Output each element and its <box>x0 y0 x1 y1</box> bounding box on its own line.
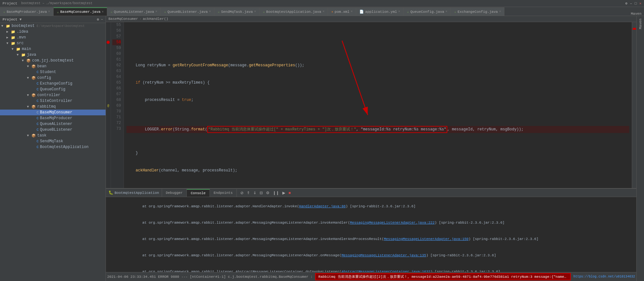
console-link-1[interactable]: HandlerAdapter.java:86 <box>299 204 346 208</box>
expand-arrow-mvn: ▶ <box>6 36 11 39</box>
console-pause-btn[interactable]: ❙❙ <box>272 190 280 195</box>
sidebar-collapse-icon[interactable]: – <box>101 17 103 21</box>
maven-vertical-label[interactable]: Maven <box>639 17 642 30</box>
debug-icon: 🐛 <box>108 190 113 195</box>
tree-item-java[interactable]: ▼ 📁 java <box>0 52 106 58</box>
console-scroll-top-btn[interactable]: ⇑ <box>246 190 251 195</box>
tab-BootmqtestApplication[interactable]: ☕ BootmqtestApplication.java × <box>260 7 328 16</box>
tab-close-active-icon[interactable]: × <box>102 10 104 14</box>
tree-item-package[interactable]: ▼ 📦 com.jzj.bootmqtest <box>0 58 106 63</box>
class-icon-exchange: C <box>37 82 39 86</box>
tree-item-rabbitmq[interactable]: ▼ 📦 rabbitmq <box>0 104 106 110</box>
code-line-56: if (retryNum >= maxRetryTimes) { <box>126 80 629 86</box>
tree-item-queueconfig[interactable]: ▶ C QueueConfig <box>0 87 106 92</box>
console-link-4[interactable]: MessagingMessageListenerAdapter.java:135 <box>341 253 426 257</box>
close-icon[interactable]: ✕ <box>639 1 641 5</box>
expand-arrow-controller: ▼ <box>27 94 31 97</box>
tree-label-queueb: QueueBListener <box>40 128 73 132</box>
project-menu[interactable]: Project <box>3 2 17 5</box>
tree-item-exchangeconfig[interactable]: ▶ C ExchangeConfig <box>0 81 106 87</box>
package-icon-rabbitmq: 📦 <box>31 105 36 109</box>
tree-item-BaseMqConsumer[interactable]: ▶ C BaseMqConsumer <box>0 110 106 115</box>
tree-item-main[interactable]: ▼ 📁 main <box>0 46 106 52</box>
tree-label-producer: BaseMqProducer <box>40 116 73 120</box>
tree-item-mvn[interactable]: ▶ 📁 .mvn <box>0 35 106 40</box>
close-icon-6[interactable]: × <box>351 10 353 13</box>
bottom-panel: 🐛 BootmqtestApplication Debugger Console… <box>106 188 636 281</box>
tree-item-task[interactable]: ▼ 📦 task <box>0 133 106 138</box>
console-resume-btn[interactable]: ▶ <box>281 190 286 195</box>
right-error-stripe <box>632 22 636 188</box>
tab-QueueBListener[interactable]: ☕ QueueBListener.java × <box>161 7 214 16</box>
expand-arrow-java: ▼ <box>17 53 21 57</box>
tab-QueueConfig[interactable]: ☕ QueueConfig.java × <box>404 7 451 16</box>
code-content[interactable]: Long retryNum = getRetryCountFromMessage… <box>124 22 632 188</box>
bottom-panel-header: 🐛 BootmqtestApplication Debugger Console… <box>106 189 636 197</box>
tree-item-BaseMqProducer[interactable]: ▶ C BaseMqProducer <box>0 115 106 121</box>
code-line-55: Long retryNum = getRetryCountFromMessage… <box>126 62 629 68</box>
settings-icon[interactable]: ⚙ <box>625 1 628 5</box>
close-icon-4[interactable]: × <box>254 10 256 13</box>
console-line-1: at org.springframework.amqp.rabbit.liste… <box>108 198 634 215</box>
tree-item-idea[interactable]: ▶ 📁 .idea <box>0 29 106 35</box>
annotation-icon: @ <box>107 104 109 108</box>
close-icon-9[interactable]: × <box>499 10 501 13</box>
tab-ExchangeConfig[interactable]: ☕ ExchangeConfig.java × <box>451 7 504 16</box>
minimize-icon[interactable]: – <box>630 2 632 5</box>
title-bar: Project bootmqtest – …/myworkspace/bootm… <box>0 0 644 7</box>
tree-item-bootmqtest[interactable]: ▼ 📁 bootmqtest E:\myworkspace\bootmqtest <box>0 23 106 29</box>
tree-label-mvn: .mvn <box>17 35 26 40</box>
tree-item-QueueBListener[interactable]: ▶ C QueueBListener <box>0 127 106 133</box>
console-link-3[interactable]: MessagingMessageListenerAdapter.java:150 <box>384 237 468 241</box>
tree-item-controller[interactable]: ▼ 📦 controller <box>0 92 106 98</box>
sidebar-title: Project ▼ <box>3 18 21 21</box>
tree-item-sitecontroller[interactable]: ▶ C SiteController <box>0 98 106 104</box>
tree-item-QueueAListener[interactable]: ▶ C QueueAListener <box>0 121 106 127</box>
console-scroll-end-btn[interactable]: ⇓ <box>252 190 257 195</box>
status-url[interactable]: https://blog.csdn.net/u010134632 <box>573 275 635 278</box>
console-link-5[interactable]: AbstractMessageListenerContainer.java:16… <box>341 270 430 272</box>
close-icon-7[interactable]: × <box>398 10 400 13</box>
status-bar: 2021-04-06 23:33:34.451 ERROR 9880 --- [… <box>106 272 636 281</box>
tab-close-icon[interactable]: × <box>48 10 50 13</box>
tree-item-src[interactable]: ▼ 📁 src <box>0 40 106 46</box>
tree-item-bean[interactable]: ▼ 📦 bean <box>0 63 106 69</box>
tree-label-consumer: BaseMqConsumer <box>40 110 73 115</box>
java-icon-active: ☕ <box>57 10 59 14</box>
console-tab-label: Console <box>191 191 205 195</box>
breakpoint-58 <box>107 41 110 44</box>
java-icon-4: ☕ <box>218 10 220 14</box>
tab-SendMqTask[interactable]: ☕ SendMqTask.java × <box>214 7 260 16</box>
close-icon-5[interactable]: × <box>322 10 324 13</box>
close-icon-3[interactable]: × <box>209 10 211 13</box>
console-settings-btn[interactable]: ⚙ <box>265 190 270 195</box>
console-filter-btn[interactable]: ⊟ <box>259 190 264 195</box>
close-icon-2[interactable]: × <box>155 10 157 13</box>
expand-arrow-config: ▼ <box>27 76 31 80</box>
tab-application[interactable]: 📄 application.yml × <box>356 7 404 16</box>
tree-label-bootapp: BootmqtestApplication <box>40 145 89 149</box>
tab-QueueAListener[interactable]: ☕ QueueAListener.java × <box>107 7 161 16</box>
tab-console[interactable]: Console <box>187 189 210 197</box>
maven-label[interactable]: Maven <box>631 12 641 16</box>
tree-item-bootapp[interactable]: ▶ C BootmqtestApplication <box>0 144 106 150</box>
folder-icon-src: 📁 <box>11 41 15 45</box>
console-line-3: at org.springframework.amqp.rabbit.liste… <box>108 231 634 247</box>
close-icon-8[interactable]: × <box>445 10 447 13</box>
tree-item-student[interactable]: ▶ C Student <box>0 69 106 75</box>
maximize-icon[interactable]: □ <box>635 2 637 5</box>
console-link-2[interactable]: MessagingMessageListenerAdapter.java:222 <box>350 221 435 225</box>
tab-pom[interactable]: ✦ pom.xml × <box>328 7 356 16</box>
console-stop-btn[interactable]: ■ <box>288 190 292 195</box>
tab-endpoints[interactable]: Endpoints <box>210 189 237 197</box>
tree-label-main: main <box>22 47 31 51</box>
tab-BaseMqProducer[interactable]: ☕ BaseMqProducer.java × <box>0 7 54 16</box>
console-clear-btn[interactable]: ⊘ <box>239 190 245 195</box>
java-icon-2: ☕ <box>110 10 113 14</box>
tree-item-sendmqtask[interactable]: ▶ C SendMqTask <box>0 138 106 144</box>
tab-BaseMqConsumer[interactable]: ☕ BaseMqConsumer.java × <box>54 7 107 16</box>
tab-debugger[interactable]: Debugger <box>162 189 187 197</box>
sidebar-settings-icon[interactable]: ⚙ <box>97 17 99 21</box>
breadcrumb-class: BaseMqConsumer <box>108 17 138 21</box>
tree-item-config[interactable]: ▼ 📦 config <box>0 75 106 81</box>
